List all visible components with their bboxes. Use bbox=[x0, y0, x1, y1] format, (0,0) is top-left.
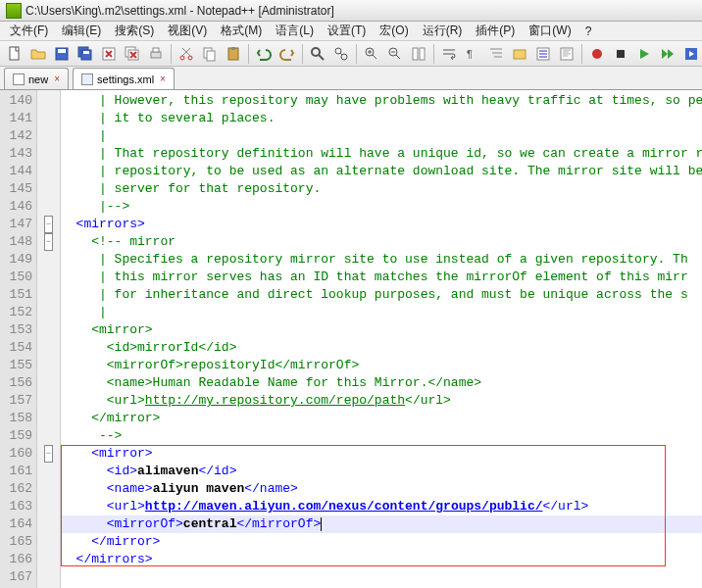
zoom-out-button[interactable] bbox=[384, 43, 406, 65]
code-line[interactable]: <mirrors> bbox=[61, 216, 702, 233]
svg-rect-10 bbox=[153, 48, 159, 52]
sync-scroll-button[interactable] bbox=[408, 43, 429, 65]
show-all-chars-button[interactable]: ¶ bbox=[462, 43, 483, 65]
line-number: 167 bbox=[0, 568, 36, 586]
code-line[interactable]: <url>http://my.repository.com/repo/path<… bbox=[61, 392, 702, 410]
code-line[interactable]: | it to several places. bbox=[61, 110, 702, 127]
toolbar-sep bbox=[433, 44, 434, 64]
code-line[interactable]: </mirrors> bbox=[61, 551, 702, 568]
menu-search[interactable]: 搜索(S) bbox=[109, 21, 160, 41]
menu-language[interactable]: 语言(L) bbox=[270, 21, 320, 41]
fold-toggle[interactable]: − bbox=[44, 216, 53, 233]
open-file-button[interactable] bbox=[27, 43, 49, 65]
code-line[interactable]: </mirror> bbox=[61, 410, 702, 427]
code-line[interactable]: <name>Human Readable Name for this Mirro… bbox=[61, 374, 702, 392]
find-button[interactable] bbox=[307, 43, 328, 65]
close-icon[interactable]: × bbox=[54, 74, 60, 84]
menu-view[interactable]: 视图(V) bbox=[162, 21, 213, 41]
tabbar: new × settings.xml × bbox=[0, 67, 702, 90]
undo-button[interactable] bbox=[253, 43, 275, 65]
print-button[interactable] bbox=[145, 43, 167, 65]
play-macro-button[interactable] bbox=[633, 43, 655, 65]
replace-button[interactable] bbox=[330, 43, 352, 65]
save-macro-button[interactable] bbox=[680, 43, 702, 65]
code-line[interactable]: <!-- mirror bbox=[61, 233, 702, 251]
code-line[interactable]: | bbox=[61, 127, 702, 145]
code-line[interactable]: <mirror> bbox=[61, 321, 702, 339]
code-line[interactable]: <id>alimaven</id> bbox=[61, 463, 702, 480]
stop-macro-button[interactable] bbox=[610, 43, 631, 65]
line-number: 148 bbox=[0, 233, 36, 251]
menu-macro[interactable]: 宏(O) bbox=[374, 21, 414, 41]
line-number: 144 bbox=[0, 163, 36, 180]
line-number: 152 bbox=[0, 304, 36, 321]
doc-map-button[interactable] bbox=[556, 43, 577, 65]
svg-point-11 bbox=[180, 56, 184, 60]
fold-toggle[interactable]: − bbox=[44, 445, 53, 463]
wordwrap-button[interactable] bbox=[438, 43, 460, 65]
code-area[interactable]: | However, this repository may have prob… bbox=[61, 90, 702, 588]
indent-guide-button[interactable] bbox=[485, 43, 507, 65]
code-line[interactable]: | However, this repository may have prob… bbox=[61, 92, 702, 110]
code-line[interactable]: <name>aliyun maven</name> bbox=[61, 480, 702, 498]
close-all-button[interactable] bbox=[122, 43, 143, 65]
code-line[interactable]: <mirror> bbox=[61, 445, 702, 463]
folder-as-workspace-button[interactable] bbox=[509, 43, 530, 65]
tab-settings-xml[interactable]: settings.xml × bbox=[73, 68, 175, 89]
cut-button[interactable] bbox=[176, 43, 197, 65]
code-line[interactable]: | Specifies a repository mirror site to … bbox=[61, 251, 702, 269]
code-line[interactable]: <mirrorOf>central</mirrorOf> bbox=[61, 515, 702, 533]
menu-run[interactable]: 运行(R) bbox=[417, 21, 469, 41]
save-button[interactable] bbox=[51, 43, 73, 65]
code-line[interactable]: --> bbox=[61, 427, 702, 445]
svg-rect-16 bbox=[231, 47, 235, 50]
code-line[interactable]: | server for that repository. bbox=[61, 180, 702, 198]
menu-settings[interactable]: 设置(T) bbox=[322, 21, 372, 41]
file-icon bbox=[13, 74, 25, 85]
svg-rect-25 bbox=[514, 50, 526, 59]
menu-help[interactable]: ? bbox=[579, 23, 598, 40]
code-line[interactable]: | bbox=[61, 304, 702, 321]
toolbar-sep bbox=[581, 44, 582, 64]
fold-gutter: −−− bbox=[37, 90, 61, 588]
line-number: 153 bbox=[0, 321, 36, 339]
line-number: 154 bbox=[0, 339, 36, 357]
record-macro-button[interactable] bbox=[586, 43, 608, 65]
code-line[interactable]: | repository, to be used as an alternate… bbox=[61, 163, 702, 180]
line-number: 151 bbox=[0, 286, 36, 304]
new-file-button[interactable] bbox=[4, 43, 25, 65]
tab-new[interactable]: new × bbox=[4, 68, 69, 89]
code-line[interactable]: </mirror> bbox=[61, 533, 702, 551]
code-line[interactable]: <mirrorOf>repositoryId</mirrorOf> bbox=[61, 357, 702, 374]
menu-window[interactable]: 窗口(W) bbox=[523, 21, 577, 41]
svg-point-28 bbox=[592, 49, 602, 59]
function-list-button[interactable] bbox=[532, 43, 554, 65]
code-line[interactable] bbox=[61, 568, 702, 586]
svg-point-12 bbox=[188, 56, 192, 60]
line-number: 147 bbox=[0, 216, 36, 233]
code-line[interactable]: | That repository definition will have a… bbox=[61, 145, 702, 163]
menu-file[interactable]: 文件(F) bbox=[4, 21, 54, 41]
menu-edit[interactable]: 编辑(E) bbox=[56, 21, 107, 41]
line-number: 165 bbox=[0, 533, 36, 551]
editor[interactable]: 1401411421431441451461471481491501511521… bbox=[0, 90, 702, 588]
save-all-button[interactable] bbox=[75, 43, 96, 65]
code-line[interactable]: | for inheritance and direct lookup purp… bbox=[61, 286, 702, 304]
zoom-in-button[interactable] bbox=[361, 43, 382, 65]
fold-toggle[interactable]: − bbox=[44, 233, 53, 251]
code-line[interactable]: | this mirror serves has an ID that matc… bbox=[61, 269, 702, 286]
line-number: 163 bbox=[0, 498, 36, 515]
toolbar-sep bbox=[171, 44, 172, 64]
code-line[interactable]: <id>mirrorId</id> bbox=[61, 339, 702, 357]
copy-button[interactable] bbox=[199, 43, 221, 65]
multi-play-button[interactable] bbox=[657, 43, 678, 65]
code-line[interactable]: <url>http://maven.aliyun.com/nexus/conte… bbox=[61, 498, 702, 515]
close-icon[interactable]: × bbox=[160, 74, 166, 84]
redo-button[interactable] bbox=[276, 43, 298, 65]
menu-plugins[interactable]: 插件(P) bbox=[470, 21, 521, 41]
menu-format[interactable]: 格式(M) bbox=[215, 21, 268, 41]
code-line[interactable]: |--> bbox=[61, 198, 702, 216]
file-icon bbox=[81, 74, 93, 85]
close-button[interactable] bbox=[98, 43, 120, 65]
paste-button[interactable] bbox=[223, 43, 244, 65]
